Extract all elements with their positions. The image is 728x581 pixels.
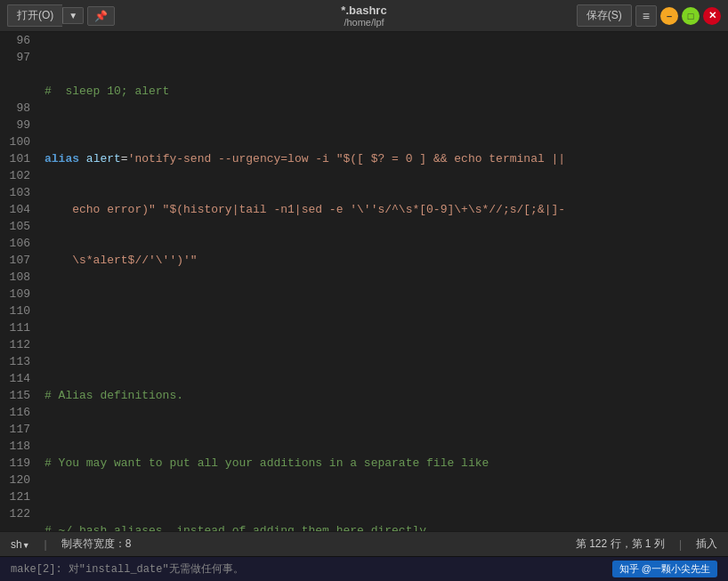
line-num: 107 <box>7 252 30 269</box>
cursor-position: 第 122 行，第 1 列 <box>576 537 665 552</box>
status-right: 第 122 行，第 1 列 | 插入 <box>576 537 717 552</box>
line-num: 100 <box>7 133 30 150</box>
title-bar-right: 保存(S) ≡ – □ ✕ <box>561 4 721 27</box>
line-num: 112 <box>7 336 30 353</box>
code-line-99: # Alias definitions. <box>44 387 721 404</box>
title-bar-left: 打开(O) ▼ 📌 <box>7 4 167 27</box>
line-num: 119 <box>7 455 30 472</box>
open-dropdown-button[interactable]: ▼ <box>62 7 84 24</box>
maximize-button[interactable]: □ <box>682 7 700 25</box>
bottom-text: make[2]: 对"install_date"无需做任何事。 <box>11 561 244 577</box>
code-line-97b: echo error)" "$(history|tail -n1|sed -e … <box>44 201 721 218</box>
line-num: 106 <box>7 235 30 252</box>
code-area[interactable]: 96 97 98 99 100 101 102 103 104 105 106 … <box>0 32 728 531</box>
line-num: 122 <box>7 505 30 522</box>
code-line-96: # sleep 10; alert <box>44 83 721 100</box>
line-num: 96 <box>7 32 30 49</box>
line-num: 97 <box>7 49 30 66</box>
line-num: 102 <box>7 167 30 184</box>
line-num: 110 <box>7 303 30 319</box>
line-num: 113 <box>7 353 30 370</box>
line-num: 111 <box>7 319 30 336</box>
code-line-98 <box>44 319 721 336</box>
code-line-100: # You may want to put all your additions… <box>44 455 721 472</box>
line-num: 114 <box>7 370 30 387</box>
bottom-bar: make[2]: 对"install_date"无需做任何事。 知乎 @一颗小尖… <box>0 556 728 581</box>
line-num: 108 <box>7 269 30 286</box>
minimize-button[interactable]: – <box>660 7 678 25</box>
line-num: 105 <box>7 218 30 235</box>
line-num: 98 <box>7 100 30 117</box>
code-line-97c: \s*alert$//'\'')'" <box>44 252 721 269</box>
title-bar: 打开(O) ▼ 📌 *.bashrc /home/lpf 保存(S) ≡ – □… <box>0 0 728 32</box>
line-num: 103 <box>7 184 30 201</box>
line-num: 101 <box>7 150 30 167</box>
editor: 96 97 98 99 100 101 102 103 104 105 106 … <box>0 32 728 531</box>
pin-button[interactable]: 📌 <box>87 6 115 26</box>
close-button[interactable]: ✕ <box>703 7 721 25</box>
code-content[interactable]: # sleep 10; alert alias alert='notify-se… <box>37 32 728 531</box>
line-num <box>7 83 30 100</box>
line-num: 121 <box>7 488 30 505</box>
code-line-97: alias alert='notify-send --urgency=low -… <box>44 150 721 167</box>
insert-mode: 插入 <box>696 537 717 552</box>
code-line-101: # ~/.bash_aliases, instead of adding the… <box>44 522 721 531</box>
line-numbers: 96 97 98 99 100 101 102 103 104 105 106 … <box>0 32 37 531</box>
save-button[interactable]: 保存(S) <box>577 4 632 27</box>
line-num: 99 <box>7 117 30 133</box>
open-button[interactable]: 打开(O) <box>7 4 62 27</box>
line-num: 120 <box>7 472 30 488</box>
line-num: 104 <box>7 201 30 218</box>
file-path: /home/lpf <box>167 17 561 28</box>
line-num: 117 <box>7 421 30 438</box>
line-num: 116 <box>7 404 30 421</box>
shell-indicator: sh▼ <box>11 538 30 551</box>
tab-width: 制表符宽度：8 <box>61 537 132 552</box>
watermark: 知乎 @一颗小尖先生 <box>612 561 717 577</box>
open-button-group[interactable]: 打开(O) ▼ <box>7 4 84 27</box>
title-bar-center: *.bashrc /home/lpf <box>167 4 561 28</box>
menu-button[interactable]: ≡ <box>635 5 657 27</box>
line-num: 118 <box>7 438 30 455</box>
line-num: 109 <box>7 286 30 303</box>
line-num <box>7 66 30 83</box>
line-num: 115 <box>7 387 30 404</box>
status-bar: sh▼ | 制表符宽度：8 第 122 行，第 1 列 | 插入 <box>0 531 728 556</box>
file-name: *.bashrc <box>167 4 561 17</box>
